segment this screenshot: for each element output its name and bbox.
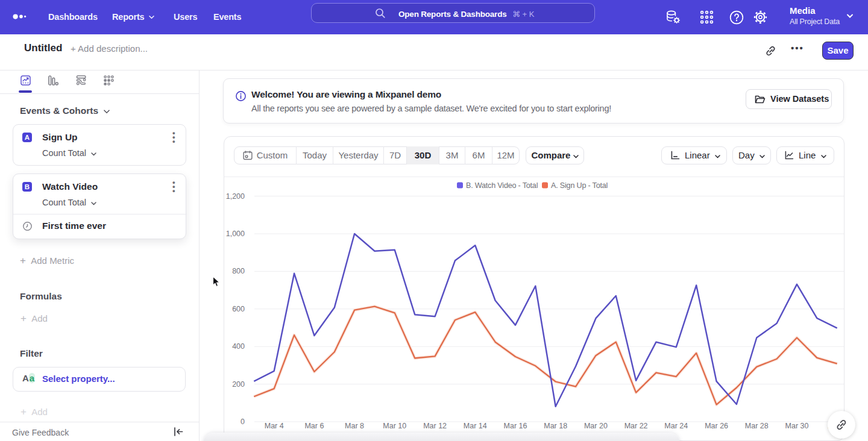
- svg-text:Mar 12: Mar 12: [423, 422, 447, 430]
- svg-text:Mar 14: Mar 14: [464, 422, 487, 430]
- svg-text:200: 200: [232, 380, 245, 389]
- svg-text:Mar 30: Mar 30: [785, 422, 809, 430]
- svg-text:1,000: 1,000: [226, 230, 245, 238]
- svg-text:1,200: 1,200: [226, 192, 245, 201]
- svg-text:Mar 28: Mar 28: [745, 422, 769, 430]
- svg-text:800: 800: [232, 267, 245, 275]
- svg-text:Mar 26: Mar 26: [705, 422, 728, 430]
- svg-text:B. Watch Video - Total: B. Watch Video - Total: [466, 181, 538, 190]
- svg-text:400: 400: [232, 342, 245, 351]
- svg-text:Mar 4: Mar 4: [265, 422, 284, 430]
- svg-text:A. Sign Up - Total: A. Sign Up - Total: [551, 181, 608, 190]
- svg-text:Mar 6: Mar 6: [304, 422, 324, 430]
- svg-text:Mar 20: Mar 20: [584, 422, 608, 430]
- svg-text:Mar 24: Mar 24: [664, 422, 688, 430]
- svg-text:0: 0: [241, 418, 245, 426]
- svg-text:Mar 16: Mar 16: [504, 422, 527, 430]
- svg-text:Mar 18: Mar 18: [544, 422, 567, 430]
- svg-text:Mar 10: Mar 10: [383, 422, 406, 430]
- svg-text:Mar 8: Mar 8: [345, 422, 364, 430]
- svg-text:Mar 22: Mar 22: [624, 422, 648, 430]
- svg-text:600: 600: [232, 305, 245, 313]
